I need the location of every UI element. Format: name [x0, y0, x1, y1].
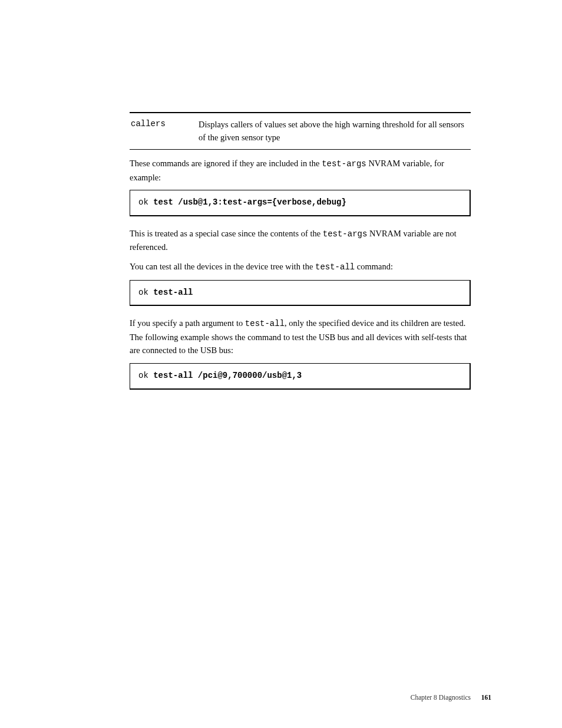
table-row: callers Displays callers of values set a… — [130, 113, 471, 149]
text: command: — [355, 262, 393, 271]
code-block-3: ok test-all /pci@9,700000/usb@1,3 — [130, 363, 471, 390]
paragraph-4: If you specify a path argument to test-a… — [130, 317, 471, 357]
footer-chapter: Chapter 8 Diagnostics — [411, 693, 471, 703]
paragraph-3: You can test all the devices in the devi… — [130, 260, 471, 274]
footer-pagenum: 161 — [481, 693, 491, 703]
prompt: ok — [138, 371, 153, 380]
command: test /usb@1,3:test-args={verbose,debug} — [153, 197, 346, 207]
paragraph-1: These commands are ignored if they are i… — [130, 157, 471, 184]
table-cell-keyword: callers — [131, 118, 199, 144]
inline-code: test-args — [322, 159, 366, 169]
paragraph-2: This is treated as a special case since … — [130, 227, 471, 254]
inline-code: test-all — [315, 262, 355, 272]
keyword-table: callers Displays callers of values set a… — [130, 112, 471, 150]
prompt: ok — [138, 197, 153, 207]
command: test-all — [153, 288, 193, 297]
inline-code: test-args — [323, 229, 368, 239]
inline-code: test-all — [245, 319, 285, 328]
code-block-2: ok test-all — [130, 280, 471, 307]
prompt: ok — [138, 288, 153, 297]
code-block-1: ok test /usb@1,3:test-args={verbose,debu… — [130, 190, 471, 216]
document-page: callers Displays callers of values set a… — [0, 0, 562, 728]
text: You can test all the devices in the devi… — [130, 262, 315, 271]
command: test-all /pci@9,700000/usb@1,3 — [153, 371, 302, 380]
text: These commands are ignored if they are i… — [130, 159, 322, 168]
table-bottom-rule — [130, 149, 471, 150]
text: This is treated as a special case since … — [130, 229, 323, 238]
text: If you specify a path argument to — [130, 318, 245, 328]
table-cell-description: Displays callers of values set above the… — [199, 118, 470, 144]
